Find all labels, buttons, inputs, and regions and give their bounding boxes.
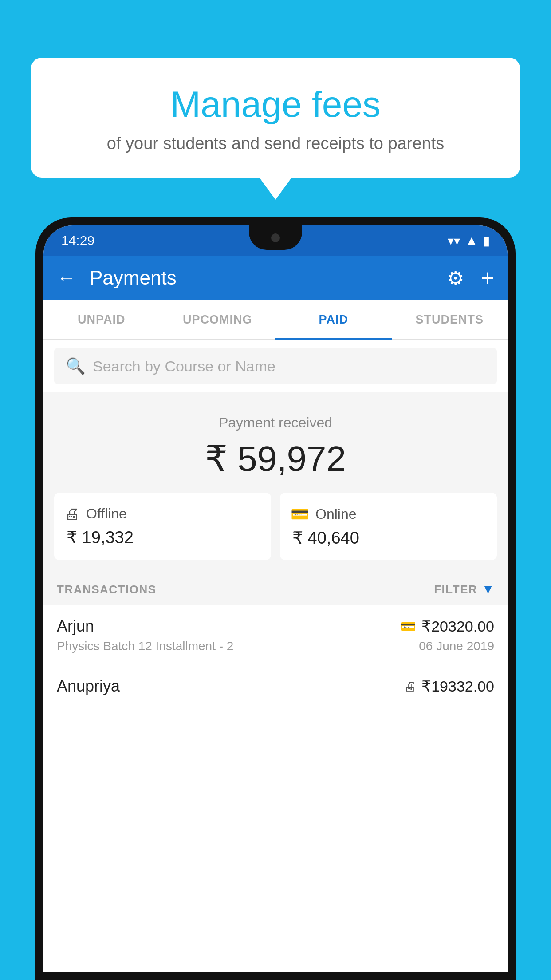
transactions-header: TRANSACTIONS FILTER ▼ (43, 573, 508, 605)
search-icon: 🔍 (66, 357, 86, 375)
offline-card-header: 🖨 Offline (65, 505, 260, 522)
transaction-name: Arjun (57, 617, 94, 636)
transaction-bottom: Physics Batch 12 Installment - 2 06 June… (57, 639, 494, 653)
transaction-detail: Physics Batch 12 Installment - 2 (57, 639, 233, 653)
online-icon: 💳 (291, 505, 309, 523)
payment-received-section: Payment received ₹ 59,972 (43, 392, 508, 493)
transaction-amount-row: 💳 ₹20320.00 (401, 617, 494, 635)
online-amount: ₹ 40,640 (292, 528, 486, 548)
transaction-top: Arjun 💳 ₹20320.00 (57, 617, 494, 636)
bubble-subtitle: of your students and send receipts to pa… (53, 134, 498, 153)
transaction-amount-row-2: 🖨 ₹19332.00 (404, 677, 494, 695)
tab-students[interactable]: STUDENTS (392, 300, 508, 339)
transaction-amount-2: ₹19332.00 (421, 677, 494, 695)
offline-card: 🖨 Offline ₹ 19,332 (54, 493, 271, 560)
camera-dot (271, 233, 280, 242)
bubble-title: Manage fees (53, 84, 498, 124)
status-bar: 14:29 ▾▾ ▲ ▮ (43, 225, 508, 256)
tab-unpaid[interactable]: UNPAID (43, 300, 160, 339)
offline-amount: ₹ 19,332 (67, 528, 260, 547)
notch (249, 225, 302, 250)
status-time: 14:29 (61, 233, 94, 248)
search-container: 🔍 Search by Course or Name (43, 340, 508, 392)
filter-button[interactable]: FILTER ▼ (434, 582, 494, 597)
online-card: 💳 Online ₹ 40,640 (280, 493, 497, 560)
online-label: Online (315, 506, 357, 522)
header-title: Payments (90, 267, 438, 289)
offline-icon: 🖨 (65, 505, 80, 522)
transaction-type-icon-2: 🖨 (404, 679, 416, 694)
battery-icon: ▮ (483, 233, 490, 248)
transaction-amount: ₹20320.00 (421, 617, 494, 635)
search-input[interactable]: Search by Course or Name (93, 358, 276, 375)
wifi-icon: ▾▾ (448, 233, 460, 248)
phone-frame: 14:29 ▾▾ ▲ ▮ ← Payments ⚙ + UNPAID UPCOM… (35, 217, 516, 980)
speech-bubble: Manage fees of your students and send re… (31, 58, 520, 178)
search-box[interactable]: 🔍 Search by Course or Name (54, 348, 497, 384)
speech-bubble-container: Manage fees of your students and send re… (31, 58, 520, 178)
transaction-date: 06 June 2019 (419, 639, 494, 653)
tab-upcoming[interactable]: UPCOMING (160, 300, 276, 339)
add-button[interactable]: + (481, 265, 494, 291)
transaction-row-partial: Anupriya 🖨 ₹19332.00 (43, 665, 508, 706)
filter-label: FILTER (434, 583, 477, 597)
tab-paid[interactable]: PAID (276, 300, 392, 339)
signal-icon: ▲ (465, 233, 478, 248)
transaction-name-2: Anupriya (57, 677, 120, 695)
phone-inner: 14:29 ▾▾ ▲ ▮ ← Payments ⚙ + UNPAID UPCOM… (43, 225, 508, 972)
transaction-row: Arjun 💳 ₹20320.00 Physics Batch 12 Insta… (43, 605, 508, 665)
payment-cards: 🖨 Offline ₹ 19,332 💳 Online ₹ 40,640 (43, 493, 508, 573)
app-header: ← Payments ⚙ + (43, 256, 508, 300)
payment-received-label: Payment received (43, 415, 508, 431)
offline-label: Offline (86, 506, 127, 522)
transaction-type-icon: 💳 (401, 619, 416, 634)
filter-icon: ▼ (482, 582, 494, 597)
status-icons: ▾▾ ▲ ▮ (448, 233, 490, 248)
tabs-bar: UNPAID UPCOMING PAID STUDENTS (43, 300, 508, 340)
settings-button[interactable]: ⚙ (447, 267, 464, 289)
transactions-label: TRANSACTIONS (57, 583, 157, 597)
payment-received-amount: ₹ 59,972 (43, 438, 508, 479)
online-card-header: 💳 Online (291, 505, 486, 523)
back-button[interactable]: ← (57, 267, 76, 289)
transaction-top-2: Anupriya 🖨 ₹19332.00 (57, 677, 494, 695)
